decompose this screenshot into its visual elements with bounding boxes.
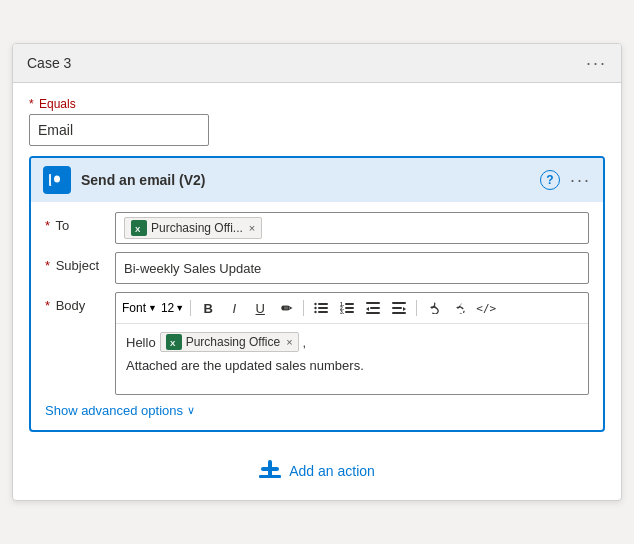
indent-increase-button[interactable]	[388, 297, 410, 319]
svg-marker-20	[366, 307, 369, 311]
pencil-button[interactable]: ✏	[275, 297, 297, 319]
email-header: Send an email (V2) ? ···	[31, 158, 603, 202]
help-icon[interactable]: ?	[540, 170, 560, 190]
body-content[interactable]: Hello X Purchasing Offic	[116, 324, 588, 394]
to-field[interactable]: X Purchasing Offi... ×	[115, 212, 589, 244]
email-header-left: Send an email (V2)	[43, 166, 205, 194]
to-input-wrapper[interactable]: X Purchasing Offi... ×	[115, 212, 589, 244]
card-header: Case 3 ···	[13, 44, 621, 83]
card-body: * Equals Send an email (V2)	[13, 83, 621, 442]
advanced-options-label: Show advanced options	[45, 403, 183, 418]
svg-text:3.: 3.	[340, 309, 345, 314]
purchasing-office-tag: X Purchasing Office ×	[160, 332, 299, 352]
add-action-button[interactable]: Add an action	[259, 458, 375, 484]
svg-text:X: X	[170, 339, 176, 348]
body-attached-line: Attached are the updated sales numbers.	[126, 358, 578, 373]
body-tag-close[interactable]: ×	[286, 336, 292, 348]
svg-point-5	[315, 303, 317, 305]
svg-rect-23	[392, 312, 406, 314]
to-tag-text: Purchasing Offi...	[151, 221, 243, 235]
numbered-list-button[interactable]: 1. 2. 3.	[336, 297, 358, 319]
body-tag-excel-icon: X	[166, 334, 182, 350]
email-body: * To X Pu	[31, 202, 603, 430]
bullet-list-button[interactable]	[310, 297, 332, 319]
toolbar-divider-1	[190, 300, 191, 316]
to-tag-close[interactable]: ×	[249, 222, 255, 234]
svg-rect-10	[318, 311, 328, 313]
email-header-right: ? ···	[540, 170, 591, 190]
subject-label: * Subject	[45, 252, 115, 273]
font-size-arrow: ▼	[175, 303, 184, 313]
italic-button[interactable]: I	[223, 297, 245, 319]
advanced-options[interactable]: Show advanced options ∨	[45, 403, 589, 418]
equals-label: * Equals	[29, 97, 605, 111]
svg-rect-16	[345, 311, 354, 313]
underline-button[interactable]: U	[249, 297, 271, 319]
svg-rect-12	[345, 303, 354, 305]
body-hello-line: Hello X Purchasing Offic	[126, 332, 578, 352]
body-row: * Body Font ▼ 12	[45, 292, 589, 395]
advanced-options-link[interactable]: Show advanced options ∨	[45, 403, 589, 418]
toolbar-divider-3	[416, 300, 417, 316]
body-label: * Body	[45, 292, 115, 313]
svg-point-7	[315, 307, 317, 309]
svg-rect-29	[259, 475, 281, 478]
card-title: Case 3	[27, 55, 71, 71]
unlink-button[interactable]	[449, 297, 471, 319]
body-tag-text: Purchasing Office	[186, 335, 281, 349]
svg-rect-14	[345, 307, 354, 309]
font-dropdown[interactable]: Font ▼	[122, 301, 157, 315]
svg-rect-18	[370, 307, 380, 309]
email-block: Send an email (V2) ? ··· * To	[29, 156, 605, 432]
svg-point-9	[315, 311, 317, 313]
body-hello-text: Hello	[126, 335, 156, 350]
bold-button[interactable]: B	[197, 297, 219, 319]
svg-rect-17	[366, 302, 380, 304]
body-editor[interactable]: Font ▼ 12 ▼ B I U	[115, 292, 589, 395]
svg-rect-28	[261, 467, 279, 471]
svg-rect-21	[392, 302, 406, 304]
svg-rect-22	[392, 307, 402, 309]
add-action-icon	[259, 458, 281, 484]
outlook-icon	[43, 166, 71, 194]
svg-rect-6	[318, 303, 328, 305]
email-more-options[interactable]: ···	[570, 171, 591, 189]
add-action-label: Add an action	[289, 463, 375, 479]
to-row: * To X Pu	[45, 212, 589, 244]
font-dropdown-arrow: ▼	[148, 303, 157, 313]
svg-text:X: X	[135, 225, 141, 234]
svg-marker-24	[403, 307, 406, 311]
to-tag-excel-icon: X	[131, 220, 147, 236]
to-label: * To	[45, 212, 115, 233]
add-action-section: Add an action	[13, 442, 621, 500]
body-field: Font ▼ 12 ▼ B I U	[115, 292, 589, 395]
equals-required-star: *	[29, 97, 34, 111]
svg-point-2	[54, 176, 60, 183]
svg-rect-19	[366, 312, 380, 314]
font-label: Font	[122, 301, 146, 315]
card-more-options[interactable]: ···	[586, 54, 607, 72]
indent-decrease-button[interactable]	[362, 297, 384, 319]
equals-input[interactable]	[29, 114, 209, 146]
body-attached-text: Attached are the updated sales numbers.	[126, 358, 364, 373]
email-title: Send an email (V2)	[81, 172, 205, 188]
font-size-value: 12	[161, 301, 174, 315]
chevron-down-icon: ∨	[187, 404, 195, 417]
svg-rect-8	[318, 307, 328, 309]
font-size-dropdown[interactable]: 12 ▼	[161, 301, 184, 315]
body-toolbar: Font ▼ 12 ▼ B I U	[116, 293, 588, 324]
main-card: Case 3 ··· * Equals	[12, 43, 622, 501]
body-dot: ,	[303, 335, 307, 350]
subject-row: * Subject	[45, 252, 589, 284]
subject-input[interactable]	[115, 252, 589, 284]
to-tag: X Purchasing Offi... ×	[124, 217, 262, 239]
equals-section: * Equals	[29, 97, 605, 146]
subject-field[interactable]	[115, 252, 589, 284]
link-button[interactable]	[423, 297, 445, 319]
toolbar-divider-2	[303, 300, 304, 316]
code-button[interactable]: </>	[475, 297, 497, 319]
